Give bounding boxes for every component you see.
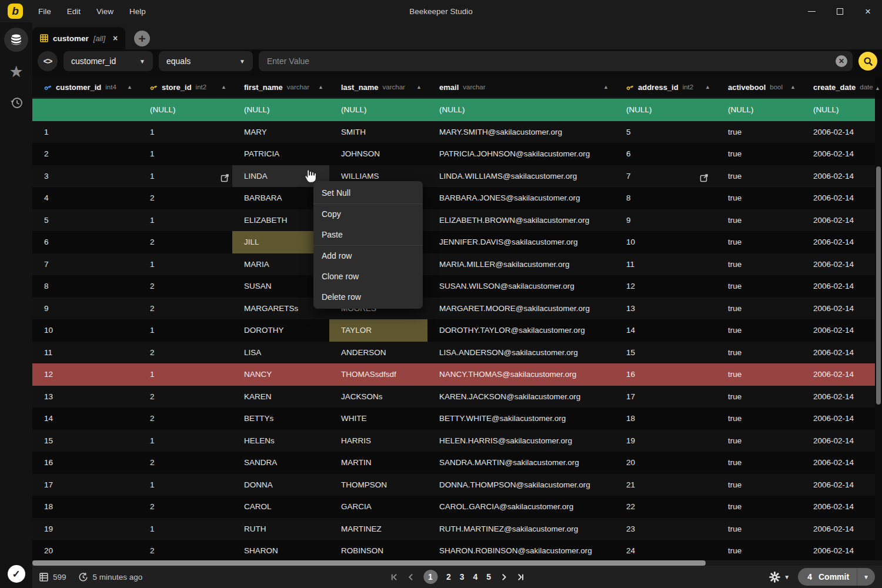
table-cell[interactable]: 2 — [138, 231, 232, 253]
table-cell[interactable]: true — [716, 253, 801, 276]
table-cell[interactable]: 12 — [32, 363, 138, 386]
table-cell[interactable]: 4 — [32, 187, 138, 209]
table-cell[interactable]: 1 — [138, 165, 232, 188]
table-cell[interactable]: KAREN — [232, 386, 329, 408]
table-cell[interactable]: (NULL) — [614, 99, 716, 121]
column-header-address_id[interactable]: address_id int2 ▲ — [614, 76, 716, 98]
table-row[interactable]: 14 2 BETTYs WHITE BETTY.WHITE@sakilacust… — [32, 407, 875, 430]
table-cell[interactable]: 2 — [138, 187, 232, 209]
table-cell[interactable]: 24 — [614, 540, 716, 560]
table-row[interactable]: 11 2 LISA ANDERSON LISA.ANDERSON@sakilac… — [32, 342, 875, 364]
sort-asc-icon[interactable]: ▲ — [416, 84, 422, 90]
table-cell[interactable]: SHARON.ROBINSON@sakilacustomer.org — [427, 540, 614, 560]
clear-filter-icon[interactable]: ✕ — [836, 55, 847, 67]
table-row[interactable]: 3 1 LINDA WILLIAMS LINDA.WILLIAMS@sakila… — [32, 165, 875, 188]
sidebar-item-history[interactable] — [9, 95, 24, 113]
horizontal-scrollbar-thumb[interactable] — [32, 560, 706, 566]
table-cell[interactable]: GARCIA — [329, 496, 427, 518]
table-cell[interactable]: 2 — [138, 342, 232, 364]
table-cell[interactable]: SMITH — [329, 121, 427, 143]
table-cell[interactable]: 2 — [138, 386, 232, 408]
table-cell[interactable]: 12 — [614, 275, 716, 298]
filter-value-field[interactable]: ✕ — [259, 51, 853, 71]
table-cell[interactable]: 2 — [138, 452, 232, 474]
table-cell[interactable]: true — [716, 540, 801, 560]
table-cell[interactable]: (NULL) — [329, 99, 427, 121]
sort-asc-icon[interactable]: ▲ — [221, 84, 226, 90]
table-cell[interactable]: RUTH.MARTINEZ@sakilacustomer.org — [427, 518, 614, 540]
table-cell[interactable]: 2006-02-14 — [801, 187, 875, 209]
table-row[interactable]: 1 1 MARY SMITH MARY.SMITH@sakilacustomer… — [32, 121, 875, 143]
first-page-button[interactable] — [390, 573, 398, 581]
table-cell[interactable]: LINDA.WILLIAMS@sakilacustomer.org — [427, 165, 614, 188]
table-cell[interactable]: 20 — [32, 540, 138, 560]
table-cell[interactable]: 23 — [614, 518, 716, 540]
table-cell[interactable]: DOROTHY.TAYLOR@sakilacustomer.org — [427, 319, 614, 342]
table-cell[interactable]: true — [716, 298, 801, 320]
table-cell[interactable]: 19 — [614, 430, 716, 452]
page-button-5[interactable]: 5 — [486, 572, 491, 582]
table-cell[interactable]: JACKSONs — [329, 386, 427, 408]
table-cell[interactable]: DONNA — [232, 474, 329, 496]
table-cell[interactable]: HELENs — [232, 430, 329, 452]
table-cell[interactable]: 2006-02-14 — [801, 496, 875, 518]
table-cell[interactable]: CAROL.GARCIA@sakilacustomer.org — [427, 496, 614, 518]
table-row[interactable]: 7 1 MARIA MILLER MARIA.MILLER@sakilacust… — [32, 253, 875, 276]
table-cell[interactable]: 3 — [32, 165, 138, 188]
minimize-button[interactable] — [797, 0, 826, 22]
table-cell[interactable]: 11 — [614, 253, 716, 276]
table-cell[interactable]: DONNA.THOMPSON@sakilacustomer.org — [427, 474, 614, 496]
table-cell[interactable]: LISA — [232, 342, 329, 364]
table-cell[interactable]: 16 — [614, 363, 716, 386]
table-cell[interactable]: true — [716, 165, 801, 188]
table-cell[interactable]: SHARON — [232, 540, 329, 560]
table-cell[interactable]: BARBARA.JONES@sakilacustomer.org — [427, 187, 614, 209]
table-cell[interactable]: 2006-02-14 — [801, 275, 875, 298]
table-cell[interactable]: SANDRA — [232, 452, 329, 474]
table-cell[interactable]: THOMPSON — [329, 474, 427, 496]
table-cell[interactable]: BETTYs — [232, 407, 329, 430]
table-cell[interactable]: 16 — [32, 452, 138, 474]
table-cell[interactable]: 1 — [138, 319, 232, 342]
table-cell[interactable]: 2006-02-14 — [801, 430, 875, 452]
table-cell[interactable]: 1 — [138, 474, 232, 496]
table-cell[interactable]: 10 — [614, 231, 716, 253]
table-cell[interactable]: MARGARET.MOORE@sakilacustomer.org — [427, 298, 614, 320]
table-cell[interactable]: 2006-02-14 — [801, 518, 875, 540]
filter-operator-select[interactable]: equals ▼ — [159, 51, 253, 71]
table-cell[interactable]: 2006-02-14 — [801, 407, 875, 430]
table-cell[interactable]: 8 — [614, 187, 716, 209]
table-cell[interactable]: 22 — [614, 496, 716, 518]
table-cell[interactable]: 2 — [138, 496, 232, 518]
tab-customer[interactable]: customer [all] × — [32, 27, 125, 49]
next-page-button[interactable] — [500, 573, 507, 581]
new-tab-button[interactable]: + — [134, 31, 150, 46]
table-row[interactable]: 4 2 BARBARA JONES BARBARA.JONES@sakilacu… — [32, 187, 875, 209]
table-cell[interactable]: PATRICIA.JOHNSON@sakilacustomer.org — [427, 143, 614, 165]
table-cell[interactable]: ELIZABETH.BROWN@sakilacustomer.org — [427, 209, 614, 232]
table-cell[interactable]: CAROL — [232, 496, 329, 518]
table-cell[interactable]: HARRIS — [329, 430, 427, 452]
chevron-down-icon[interactable]: ▼ — [784, 574, 790, 580]
table-cell[interactable]: 18 — [32, 496, 138, 518]
table-cell[interactable]: true — [716, 407, 801, 430]
table-cell[interactable]: true — [716, 187, 801, 209]
column-header-activebool[interactable]: activebool bool ▲ — [716, 76, 801, 98]
table-cell[interactable]: 2006-02-14 — [801, 231, 875, 253]
table-cell[interactable]: 2006-02-14 — [801, 342, 875, 364]
sql-toggle-button[interactable]: <> — [38, 51, 58, 71]
table-row[interactable]: 13 2 KAREN JACKSONs KAREN.JACKSON@sakila… — [32, 386, 875, 408]
close-button[interactable]: × — [854, 0, 882, 22]
table-cell[interactable]: 2 — [138, 298, 232, 320]
table-cell[interactable]: THOMASsdfsdf — [329, 363, 427, 386]
table-row[interactable]: 20 2 SHARON ROBINSON SHARON.ROBINSON@sak… — [32, 540, 875, 560]
table-row[interactable]: 10 1 DOROTHY TAYLOR DOROTHY.TAYLOR@sakil… — [32, 319, 875, 342]
table-cell[interactable]: 1 — [32, 121, 138, 143]
table-cell[interactable]: 20 — [614, 452, 716, 474]
context-menu-item-set-null[interactable]: Set Null — [313, 182, 423, 203]
column-header-customer_id[interactable]: customer_id int4 ▲ — [32, 76, 138, 98]
table-cell[interactable]: 5 — [614, 121, 716, 143]
table-cell[interactable]: 13 — [32, 386, 138, 408]
table-cell[interactable]: true — [716, 474, 801, 496]
column-header-first_name[interactable]: first_name varchar ▲ — [232, 76, 329, 98]
